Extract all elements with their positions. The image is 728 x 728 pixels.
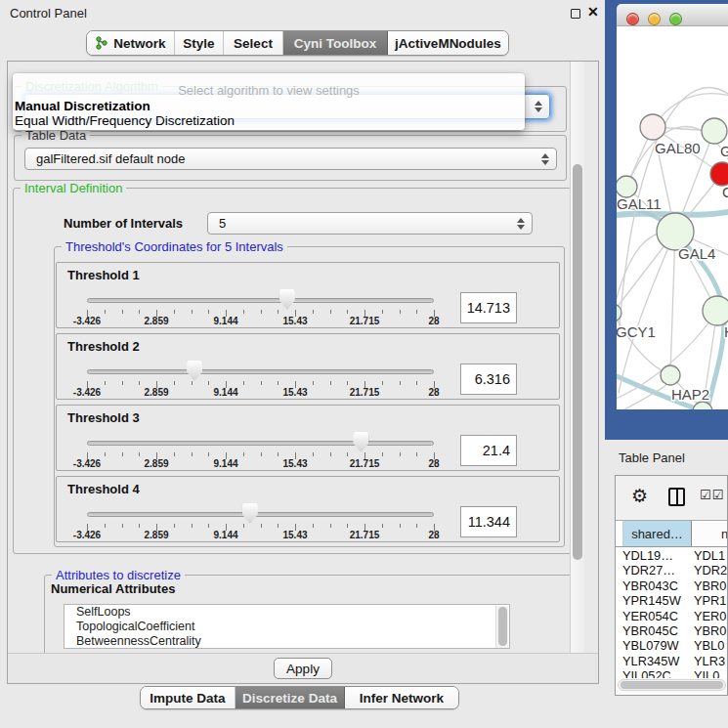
threshold-value-field[interactable]: 14.713 <box>460 292 517 323</box>
cell-shared-name[interactable]: YLR345W <box>616 654 694 668</box>
gear-icon[interactable]: ⚙ <box>631 485 648 507</box>
slider-thumb[interactable] <box>279 289 295 310</box>
network-node[interactable] <box>617 176 637 197</box>
panel-scrollbar-thumb[interactable] <box>573 164 582 560</box>
tab-cyni-toolbox[interactable]: Cyni Toolbox <box>283 31 388 55</box>
screenshot-root: Control Panel ✕ Network Style Select Cyn… <box>0 0 728 728</box>
algorithm-prompt-option[interactable]: Select algorithm to view settings <box>13 83 525 98</box>
slider-tick <box>382 452 383 456</box>
numerical-attributes-list[interactable]: SelfLoopsTopologicalCoefficientBetweenne… <box>64 604 510 649</box>
slider-tick <box>382 381 383 385</box>
network-node[interactable] <box>710 162 728 186</box>
table-row[interactable]: YDR27…YDR2 <box>616 563 727 578</box>
mac-close-icon[interactable] <box>626 13 639 25</box>
table-data-combobox[interactable]: galFiltered.sif default node <box>24 148 557 170</box>
table-header-row: shared… n <box>616 520 727 547</box>
column-header-name[interactable]: n <box>692 521 727 546</box>
close-icon[interactable]: ✕ <box>587 4 599 20</box>
control-panel-tabbar: Network Style Select Cyni Toolbox jActiv… <box>86 30 509 56</box>
cell-name[interactable]: YDR2 <box>694 563 727 578</box>
column-header-shared[interactable]: shared… <box>623 521 692 546</box>
split-view-icon[interactable] <box>668 488 685 506</box>
threshold-value-field[interactable]: 6.316 <box>460 364 517 395</box>
table-row[interactable]: YBR043CYBR0 <box>616 578 727 593</box>
cell-shared-name[interactable]: YDL19… <box>616 548 694 563</box>
tab-impute-data[interactable]: Impute Data <box>141 687 236 708</box>
table-row[interactable]: YDL19…YDL1 <box>616 548 727 563</box>
slider-tick <box>278 310 278 314</box>
cell-shared-name[interactable]: YDR27… <box>616 563 694 578</box>
slider-tick <box>122 452 123 456</box>
slider-tick <box>192 381 193 385</box>
slider-track[interactable] <box>87 369 434 374</box>
table-row[interactable]: YPR145WYPR1 <box>616 593 727 608</box>
list-scrollbar[interactable] <box>495 606 508 649</box>
mac-zoom-icon[interactable] <box>669 13 682 25</box>
cell-shared-name[interactable]: YIL052C <box>616 668 694 678</box>
network-edge[interactable] <box>670 232 675 375</box>
panel-scrollbar[interactable] <box>570 62 584 667</box>
cell-name[interactable]: YIL0 <box>694 668 727 678</box>
slider-track[interactable] <box>87 441 434 446</box>
tab-jactivemnodules-label: jActiveMNodules <box>395 36 501 51</box>
table-row[interactable]: YBR045CYBR0 <box>616 623 727 638</box>
slider-track[interactable] <box>87 512 434 517</box>
table-row[interactable]: YIL052CYIL0 <box>616 668 727 678</box>
cell-shared-name[interactable]: YBL079W <box>616 638 694 653</box>
table-row[interactable]: YLR345WYLR3 <box>616 654 727 668</box>
cell-shared-name[interactable]: YER054C <box>616 609 694 623</box>
cell-shared-name[interactable]: YPR145W <box>616 593 694 608</box>
table-hscrollbar[interactable] <box>618 679 726 691</box>
slider-tick <box>174 452 175 456</box>
network-window-titlebar[interactable] <box>617 4 728 26</box>
tab-jactivemnodules[interactable]: jActiveMNodules <box>388 31 508 55</box>
attribute-list-item[interactable]: SelfLoops <box>64 605 509 620</box>
network-node-label: GA <box>720 143 728 159</box>
slider-tick <box>174 524 175 528</box>
tab-discretize-data[interactable]: Discretize Data <box>236 687 345 708</box>
float-window-icon[interactable] <box>571 9 580 19</box>
table-body[interactable]: YDL19…YDL1YDR27…YDR2YBR043CYBR0YPR145WYP… <box>616 548 727 678</box>
network-node[interactable] <box>661 365 680 385</box>
attribute-list-item[interactable]: BetweennessCentrality <box>64 634 509 649</box>
algorithm-option-manual[interactable]: Manual Discretization <box>15 99 150 113</box>
network-node[interactable] <box>702 118 727 144</box>
threshold-value-field[interactable]: 21.4 <box>460 435 517 466</box>
slider-tick <box>122 310 123 314</box>
interval-definition-title: Interval Definition <box>21 181 126 195</box>
slider-tick <box>174 310 175 314</box>
slider-thumb[interactable] <box>242 503 258 524</box>
tab-infer-network[interactable]: Infer Network <box>345 687 458 708</box>
apply-button[interactable]: Apply <box>274 658 332 679</box>
table-hscrollbar-thumb[interactable] <box>621 681 723 689</box>
cell-shared-name[interactable]: YBR043C <box>616 578 694 593</box>
tab-select[interactable]: Select <box>224 31 283 55</box>
table-row[interactable]: YER054CYER0 <box>616 609 727 623</box>
slider-tick-label: 2.859 <box>144 316 168 326</box>
number-of-intervals-combobox[interactable]: 5 <box>207 212 533 235</box>
network-node[interactable] <box>640 114 665 140</box>
cell-name[interactable]: YBL0 <box>694 638 727 653</box>
algorithm-option-equal-width[interactable]: Equal Width/Frequency Discretization <box>15 113 235 128</box>
cell-name[interactable]: YBR0 <box>694 578 727 593</box>
cell-name[interactable]: YDL1 <box>694 548 727 563</box>
cell-name[interactable]: YPR1 <box>694 593 727 608</box>
tab-style[interactable]: Style <box>175 31 224 55</box>
cell-name[interactable]: YBR0 <box>694 623 727 638</box>
cell-name[interactable]: YLR3 <box>694 654 727 668</box>
slider-tick <box>400 310 401 314</box>
checkbox-icons[interactable]: ☑☑ <box>700 488 724 502</box>
network-node[interactable] <box>703 296 728 325</box>
cell-name[interactable]: YER0 <box>694 609 727 623</box>
slider-track[interactable] <box>87 298 434 303</box>
attribute-list-item[interactable]: TopologicalCoefficient <box>64 620 509 634</box>
tab-network[interactable]: Network <box>87 31 175 55</box>
slider-thumb[interactable] <box>187 361 202 381</box>
network-canvas[interactable]: GAL80GACGAL11GAL4GCY1HHAP2 <box>617 26 728 409</box>
mac-minimize-icon[interactable] <box>648 13 661 25</box>
slider-thumb[interactable] <box>353 432 368 452</box>
slider-tick <box>330 524 331 528</box>
cell-shared-name[interactable]: YBR045C <box>616 623 694 638</box>
threshold-value-field[interactable]: 11.344 <box>460 506 517 537</box>
table-row[interactable]: YBL079WYBL0 <box>616 638 727 653</box>
